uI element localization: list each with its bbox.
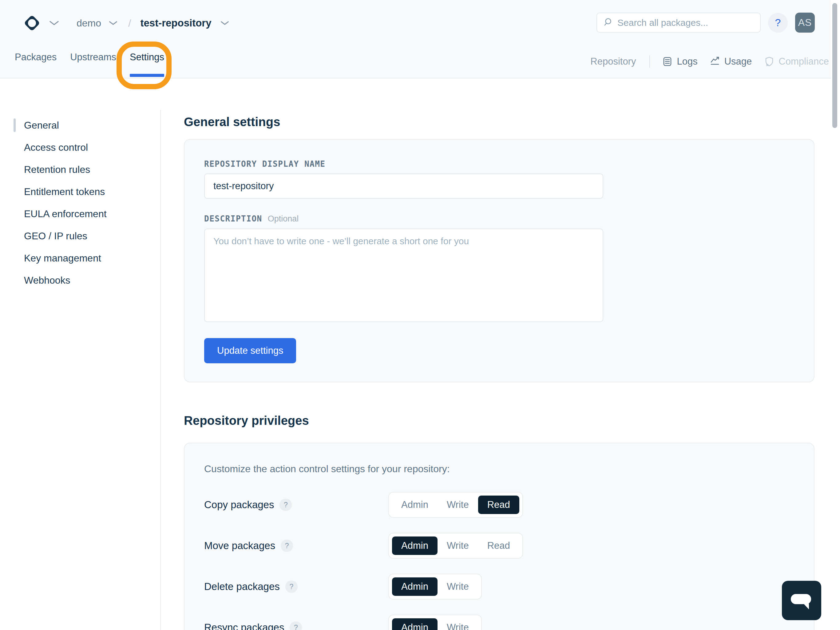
usage-label: Usage <box>725 56 752 67</box>
top-navbar: demo / test-repository ? AS Packages Ups… <box>0 0 840 78</box>
usage-link[interactable]: Usage <box>710 56 752 67</box>
segmented-control: Admin Write Read <box>388 533 523 559</box>
sidebar-item-label: Webhooks <box>24 275 70 286</box>
chevron-down-icon[interactable] <box>221 21 229 25</box>
description-optional-label: Optional <box>268 214 299 224</box>
sidebar-item-access-control[interactable]: Access control <box>0 136 160 158</box>
segment-write[interactable]: Write <box>437 495 478 514</box>
segment-write[interactable]: Write <box>437 537 478 555</box>
tab-upstreams[interactable]: Upstreams <box>70 51 116 63</box>
sidebar-item-eula-enforcement[interactable]: EULA enforcement <box>0 203 160 225</box>
tab-packages[interactable]: Packages <box>15 51 57 63</box>
privilege-label: Delete packages <box>204 581 280 592</box>
segmented-control: Admin Write Read <box>388 492 523 518</box>
sidebar-item-retention-rules[interactable]: Retention rules <box>0 158 160 180</box>
segmented-control: Admin Write <box>388 574 482 600</box>
general-settings-card: REPOSITORY DISPLAY NAME DESCRIPTION Opti… <box>184 139 815 382</box>
privilege-row-delete: Delete packages ? Admin Write <box>204 574 794 600</box>
tab-settings-label: Settings <box>130 52 164 62</box>
privilege-row-copy: Copy packages ? Admin Write Read <box>204 492 794 518</box>
repository-privileges-card: Customize the action control settings fo… <box>184 443 815 630</box>
help-badge[interactable]: ? <box>290 621 302 630</box>
help-badge[interactable]: ? <box>279 499 292 511</box>
segment-admin[interactable]: Admin <box>392 618 437 630</box>
logs-icon <box>662 56 673 67</box>
sidebar-item-label: Entitlement tokens <box>24 186 105 198</box>
cloudsmith-logo-icon[interactable] <box>24 15 40 32</box>
privilege-row-move: Move packages ? Admin Write Read <box>204 533 794 559</box>
privilege-label: Copy packages <box>204 499 274 511</box>
display-name-input[interactable] <box>204 174 603 199</box>
help-button[interactable]: ? <box>768 13 788 33</box>
chat-widget-button[interactable] <box>782 581 821 620</box>
page: demo / test-repository ? AS Packages Ups… <box>0 0 840 630</box>
search-box[interactable] <box>597 13 761 33</box>
compliance-link[interactable]: Compliance <box>764 56 829 67</box>
active-tab-underline <box>130 74 164 77</box>
help-badge[interactable]: ? <box>281 540 293 552</box>
sidebar-item-key-management[interactable]: Key management <box>0 247 160 269</box>
breadcrumb-separator: / <box>128 17 131 29</box>
scope-label: Repository <box>591 56 636 67</box>
sidebar-item-label: EULA enforcement <box>24 208 107 220</box>
sidebar-list: General Access control Retention rules E… <box>0 114 160 291</box>
sidebar-item-label: Access control <box>24 142 88 153</box>
scrollbar-thumb[interactable] <box>832 3 837 128</box>
segment-admin[interactable]: Admin <box>392 495 437 514</box>
sidebar-item-geo-ip-rules[interactable]: GEO / IP rules <box>0 225 160 247</box>
speech-bubble-icon <box>782 580 821 621</box>
chevron-down-icon[interactable] <box>49 21 59 25</box>
org-breadcrumb[interactable]: demo <box>77 17 101 29</box>
privilege-label: Move packages <box>204 540 275 552</box>
segment-read[interactable]: Read <box>478 495 519 514</box>
privilege-row-resync: Resync packages ? Admin Write <box>204 615 794 630</box>
header-actions: ? AS <box>597 13 815 33</box>
display-name-label: REPOSITORY DISPLAY NAME <box>204 159 325 169</box>
compliance-label: Compliance <box>778 56 829 67</box>
sidebar-item-label: General <box>24 120 59 131</box>
segmented-control: Admin Write <box>388 615 482 630</box>
privilege-label-group: Move packages ? <box>204 540 388 552</box>
sidebar-item-webhooks[interactable]: Webhooks <box>0 269 160 291</box>
search-input[interactable] <box>617 17 760 28</box>
help-badge[interactable]: ? <box>285 581 298 593</box>
update-settings-button[interactable]: Update settings <box>204 338 296 363</box>
sidebar-item-entitlement-tokens[interactable]: Entitlement tokens <box>0 180 160 203</box>
sidebar-item-general[interactable]: General <box>0 114 160 136</box>
segment-read[interactable]: Read <box>478 537 519 555</box>
line-chart-icon <box>710 56 720 67</box>
privileges-intro: Customize the action control settings fo… <box>204 463 794 475</box>
privilege-label-group: Resync packages ? <box>204 621 388 630</box>
segment-write[interactable]: Write <box>437 578 478 596</box>
segment-write[interactable]: Write <box>437 618 478 630</box>
context-nav: Repository Logs Usage Compliance <box>591 55 829 68</box>
description-label: DESCRIPTION <box>204 214 262 223</box>
sidebar-item-label: Retention rules <box>24 164 90 175</box>
settings-sidebar: General Access control Retention rules E… <box>0 78 160 630</box>
logs-label: Logs <box>677 56 697 67</box>
content-area: General Access control Retention rules E… <box>0 78 840 630</box>
repo-tabs: Packages Upstreams Settings <box>15 51 164 63</box>
avatar[interactable]: AS <box>795 13 815 33</box>
privilege-label-group: Copy packages ? <box>204 499 388 511</box>
privileges-title: Repository privileges <box>184 413 840 428</box>
settings-main: General settings REPOSITORY DISPLAY NAME… <box>160 78 840 630</box>
description-textarea[interactable] <box>204 229 603 322</box>
segment-admin[interactable]: Admin <box>392 537 437 555</box>
breadcrumb: demo / test-repository <box>24 14 229 32</box>
page-title: General settings <box>184 114 840 129</box>
privilege-label-group: Delete packages ? <box>204 581 388 593</box>
logs-link[interactable]: Logs <box>662 56 697 67</box>
tab-settings[interactable]: Settings <box>130 51 164 63</box>
sidebar-item-label: Key management <box>24 253 101 264</box>
divider <box>649 55 650 68</box>
repo-breadcrumb[interactable]: test-repository <box>141 17 212 29</box>
sidebar-divider <box>160 110 161 630</box>
chevron-down-icon[interactable] <box>109 21 117 25</box>
shield-icon <box>764 56 775 67</box>
scrollbar <box>831 0 840 630</box>
active-item-marker <box>14 119 16 132</box>
segment-admin[interactable]: Admin <box>392 578 437 596</box>
sidebar-item-label: GEO / IP rules <box>24 230 87 242</box>
search-icon <box>604 17 613 28</box>
